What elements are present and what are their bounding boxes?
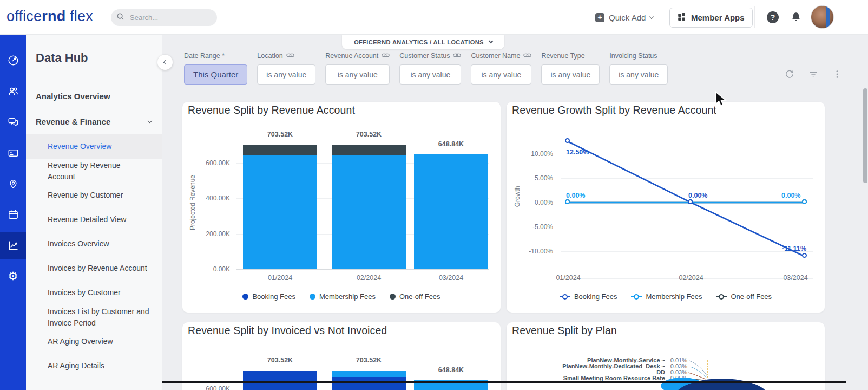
x-tick-label: 03/2024 [763, 274, 828, 282]
data-point-label: 12.50% [566, 148, 589, 156]
rail-item-dashboard[interactable] [0, 47, 26, 74]
bar-total-label: 648.84K [414, 366, 488, 374]
legend-item[interactable]: Membership Fees [631, 292, 702, 301]
member-apps-button[interactable]: Member Apps [669, 8, 753, 28]
gridline [561, 203, 813, 203]
y-tick-label: 400.00K [192, 194, 230, 202]
filter-label: Revenue Type [541, 52, 600, 60]
scrollbar-thumb[interactable] [863, 88, 867, 183]
filter-customer-status: Customer Statusis any value [399, 52, 461, 84]
bar-segment [243, 145, 317, 155]
filter-bar: Date Range *This QuarterLocationis any v… [184, 52, 668, 84]
sidebar-item-revenue-detailed-view[interactable]: Revenue Detailed View [26, 207, 162, 232]
sidebar-item-invoices-by-revenue-account[interactable]: Invoices by Revenue Account [26, 256, 162, 281]
filter-toolbar [785, 69, 842, 81]
filter-icon[interactable] [808, 69, 818, 81]
data-point [565, 138, 570, 143]
rail-item-analytics[interactable] [0, 232, 26, 259]
sidebar-item-revenue-by-revenue-account[interactable]: Revenue by Revenue Account [26, 159, 162, 183]
sidebar-collapse-button[interactable] [157, 55, 173, 70]
filter-revenue-account: Revenue Accountis any value [325, 52, 390, 84]
legend-dot [242, 294, 248, 300]
sidebar-item-label: Invoices List by Customer and Invoice Pe… [48, 306, 149, 329]
top-bar: officernd flex + Quick Add Member Apps [0, 0, 868, 35]
y-tick-label: -5.00% [515, 223, 553, 231]
bar-total-label: 703.52K [332, 131, 406, 138]
breadcrumb[interactable]: OFFICERND ANALYTICS / ALL LOCATIONS [342, 35, 504, 49]
global-search[interactable] [111, 9, 217, 26]
sidebar-item-analytics-overview[interactable]: Analytics Overview [26, 83, 162, 109]
chevron-down-icon [148, 119, 152, 123]
sidebar-item-ar-aging-details[interactable]: AR Aging Details [26, 354, 162, 378]
filter-date-range-: Date Range *This Quarter [184, 52, 247, 84]
member-apps-label: Member Apps [691, 13, 745, 22]
filter-location: Locationis any value [257, 52, 315, 84]
filter-value[interactable]: is any value [257, 64, 315, 84]
x-tick-label: 02/2024 [337, 274, 402, 282]
filter-value[interactable]: is any value [399, 64, 461, 84]
sidebar-item-label: Invoices by Customer [48, 287, 121, 298]
help-button[interactable]: ? [767, 11, 779, 23]
legend-item[interactable]: One-off Fees [390, 292, 440, 301]
y-tick-label: 200.00K [192, 230, 230, 238]
rail-item-members[interactable] [0, 77, 26, 105]
y-tick-label: -10.00% [515, 248, 553, 255]
sidebar-item-revenue-overview[interactable]: Revenue Overview [26, 134, 162, 159]
sidebar-item-revenue-by-customer[interactable]: Revenue by Customer [26, 183, 162, 207]
sidebar-item-invoices-overview[interactable]: Invoices Overview [26, 232, 162, 256]
filter-value[interactable]: is any value [541, 64, 600, 84]
chevron-left-icon [163, 60, 168, 64]
brand-logo[interactable]: officernd flex [6, 8, 93, 25]
settings-icon: ⚙ [8, 270, 18, 282]
members-icon [7, 85, 19, 98]
data-point-label: 0.00% [688, 192, 707, 199]
app-window: officernd flex + Quick Add Member Apps [0, 0, 868, 390]
filter-label: Customer Name [471, 52, 531, 60]
legend-item[interactable]: One-off Fees [716, 292, 772, 301]
data-point-label: -11.11% [782, 245, 806, 252]
chart-legend: Booking FeesMembership FeesOne-off Fees [182, 292, 501, 301]
sidebar-item-label: AR Aging Details [48, 360, 104, 372]
bar-total-label: 703.52K [243, 131, 317, 138]
chart-title: Revenue Growth Split by Revenue Account [512, 104, 716, 116]
filter-value[interactable]: is any value [471, 64, 531, 84]
legend-item[interactable]: Membership Fees [310, 292, 376, 301]
user-avatar[interactable] [811, 5, 834, 29]
filter-label: Revenue Account [325, 52, 390, 60]
legend-item[interactable]: Booking Fees [242, 292, 295, 301]
filter-value[interactable]: is any value [325, 64, 390, 84]
y-axis-label: Projected Revenue [189, 167, 196, 238]
refresh-icon[interactable] [785, 69, 794, 81]
sidebar-item-label: Invoices by Revenue Account [48, 263, 147, 274]
sidebar-item-ar-aging-overview[interactable]: AR Aging Overview [26, 329, 162, 354]
legend-item[interactable]: Booking Fees [560, 292, 617, 301]
community-icon [7, 116, 19, 128]
sidebar-item-invoices-by-customer[interactable]: Invoices by Customer [26, 281, 162, 305]
x-tick-label: 01/2024 [248, 274, 313, 282]
filter-value[interactable]: This Quarter [184, 64, 247, 84]
rail-item-settings[interactable]: ⚙ [0, 263, 26, 290]
apps-grid-icon [678, 12, 686, 23]
notifications-button[interactable] [790, 11, 803, 24]
y-tick-label: 600.00K [192, 159, 230, 167]
quick-add-button[interactable]: + Quick Add [595, 9, 653, 26]
rail-item-billing[interactable] [0, 139, 26, 166]
gridline [561, 227, 813, 227]
legend-dot [310, 294, 315, 300]
search-input[interactable] [129, 13, 205, 22]
rail-item-community[interactable] [0, 108, 26, 135]
filter-label-text: Invoicing Status [609, 52, 657, 60]
legend-marker [631, 294, 642, 300]
filter-label-text: Date Range * [184, 52, 225, 60]
rail-item-calendar[interactable] [0, 201, 26, 228]
filter-label: Date Range * [184, 52, 247, 60]
bar-segment [332, 377, 406, 390]
y-tick-label: 0.00K [192, 265, 230, 273]
bar-total-label: 703.52K [332, 356, 406, 364]
rail-item-locations[interactable] [0, 170, 26, 197]
filter-value[interactable]: is any value [609, 64, 668, 84]
sidebar-item-invoices-list-by-customer-and-invoice-period[interactable]: Invoices List by Customer and Invoice Pe… [26, 305, 162, 329]
kebab-menu-icon[interactable] [832, 69, 842, 81]
sidebar-item-revenue-finance[interactable]: Revenue & Finance [26, 109, 162, 134]
card-revenue-split-invoiced: Revenue Split by Invoiced vs Not Invoice… [182, 322, 501, 390]
